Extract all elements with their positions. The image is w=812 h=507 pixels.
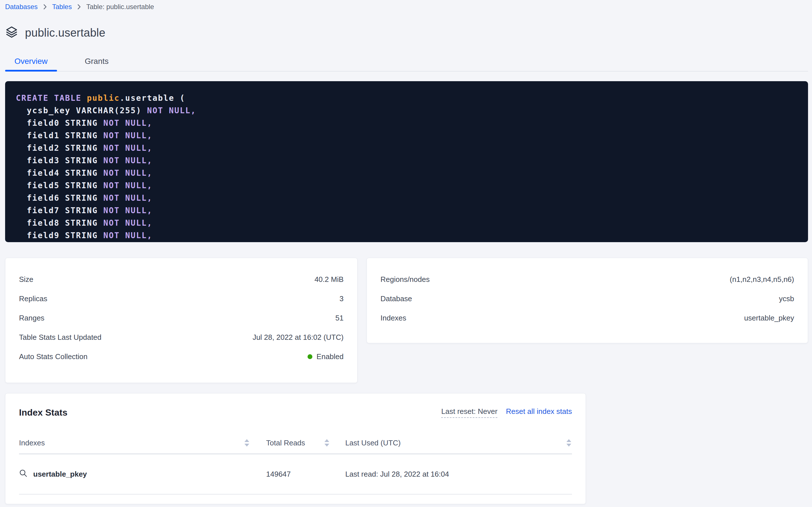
sql-line: field2 STRING NOT NULL, <box>16 142 808 155</box>
sql-line: field4 STRING NOT NULL, <box>16 167 808 179</box>
last-reset-label[interactable]: Last reset: Never <box>441 407 497 418</box>
sql-line: field0 STRING NOT NULL, <box>16 117 808 129</box>
table-row: usertable_pkey 149647 Last read: Jul 28,… <box>19 454 572 495</box>
detail-cards-row: Size40.2 MiBReplicas3Ranges51Table Stats… <box>5 258 808 383</box>
total-reads-cell: 149647 <box>250 470 330 478</box>
sql-line: CREATE TABLE public.usertable ( <box>16 92 808 105</box>
sort-arrows-icon[interactable] <box>244 439 250 447</box>
detail-value: Enabled <box>308 352 343 361</box>
index-stats-actions: Last reset: Never Reset all index stats <box>441 407 572 418</box>
detail-row: Indexesusertable_pkey <box>380 308 794 328</box>
detail-label: Size <box>19 275 34 284</box>
table-details-card: Size40.2 MiBReplicas3Ranges51Table Stats… <box>5 258 358 383</box>
sql-line: field7 STRING NOT NULL, <box>16 205 808 217</box>
detail-row: Databaseycsb <box>380 289 794 308</box>
detail-value: usertable_pkey <box>744 314 794 323</box>
detail-label: Indexes <box>380 314 406 323</box>
detail-label: Database <box>380 294 412 303</box>
page-title-row: public.usertable <box>5 26 808 39</box>
column-header-indexes[interactable]: Indexes <box>19 439 250 447</box>
sql-line: field6 STRING NOT NULL, <box>16 192 808 205</box>
chevron-right-icon <box>43 4 47 10</box>
detail-value: Jul 28, 2022 at 16:02 (UTC) <box>252 333 343 342</box>
detail-label: Table Stats Last Updated <box>19 333 102 342</box>
sql-line: field9 STRING NOT NULL, <box>16 229 808 242</box>
detail-label: Auto Stats Collection <box>19 352 87 361</box>
detail-row: Auto Stats CollectionEnabled <box>19 347 343 366</box>
index-stats-header: Index Stats Last reset: Never Reset all … <box>19 393 572 418</box>
column-label: Total Reads <box>266 439 305 447</box>
detail-row: Table Stats Last UpdatedJul 28, 2022 at … <box>19 328 343 347</box>
magnifier-icon <box>19 469 27 480</box>
detail-value: (n1,n2,n3,n4,n5,n6) <box>730 275 794 284</box>
index-name-cell[interactable]: usertable_pkey <box>19 469 250 480</box>
page-title: public.usertable <box>25 26 105 39</box>
column-header-total-reads[interactable]: Total Reads <box>250 439 330 447</box>
page-content: Databases Tables Table: public.usertable… <box>0 0 812 504</box>
table-location-card: Regions/nodes(n1,n2,n3,n4,n5,n6)Database… <box>367 258 808 343</box>
index-stats-card: Index Stats Last reset: Never Reset all … <box>5 393 586 504</box>
reset-all-index-stats-link[interactable]: Reset all index stats <box>506 407 572 416</box>
breadcrumb: Databases Tables Table: public.usertable <box>5 3 808 11</box>
detail-value: 40.2 MiB <box>314 275 343 284</box>
create-table-statement: CREATE TABLE public.usertable ( ycsb_key… <box>5 81 808 242</box>
index-table-header: Indexes Total Reads Last Used (UTC) <box>19 432 572 454</box>
sql-line: field1 STRING NOT NULL, <box>16 129 808 142</box>
stack-layers-icon <box>5 25 18 40</box>
sql-line: ycsb_key VARCHAR(255) NOT NULL, <box>16 105 808 117</box>
detail-label: Ranges <box>19 314 45 323</box>
tab-overview[interactable]: Overview <box>5 57 57 71</box>
detail-value: ycsb <box>779 294 794 303</box>
detail-row: Replicas3 <box>19 289 343 308</box>
status-dot-icon <box>308 354 312 359</box>
detail-row: Size40.2 MiB <box>19 270 343 289</box>
detail-label: Regions/nodes <box>380 275 430 284</box>
column-label: Last Used (UTC) <box>345 439 400 447</box>
index-stats-title: Index Stats <box>19 407 67 418</box>
detail-value: 51 <box>335 314 343 323</box>
last-used-cell: Last read: Jul 28, 2022 at 16:04 <box>330 470 572 478</box>
sql-line: field3 STRING NOT NULL, <box>16 155 808 167</box>
column-label: Indexes <box>19 439 45 447</box>
detail-label: Replicas <box>19 294 47 303</box>
index-name: usertable_pkey <box>33 470 87 478</box>
detail-row: Ranges51 <box>19 308 343 328</box>
breadcrumb-link-databases[interactable]: Databases <box>5 3 38 11</box>
chevron-right-icon <box>77 4 81 10</box>
detail-row: Regions/nodes(n1,n2,n3,n4,n5,n6) <box>380 270 794 289</box>
breadcrumb-link-tables[interactable]: Tables <box>52 3 72 11</box>
detail-value: 3 <box>339 294 343 303</box>
sort-arrows-icon[interactable] <box>324 439 330 447</box>
breadcrumb-current: Table: public.usertable <box>86 3 154 11</box>
sql-line: field8 STRING NOT NULL, <box>16 217 808 229</box>
sql-line: field5 STRING NOT NULL, <box>16 179 808 192</box>
sort-arrows-icon[interactable] <box>566 439 572 447</box>
tab-grants[interactable]: Grants <box>75 57 118 71</box>
column-header-last-used[interactable]: Last Used (UTC) <box>330 439 572 447</box>
tab-bar: Overview Grants <box>5 57 808 71</box>
